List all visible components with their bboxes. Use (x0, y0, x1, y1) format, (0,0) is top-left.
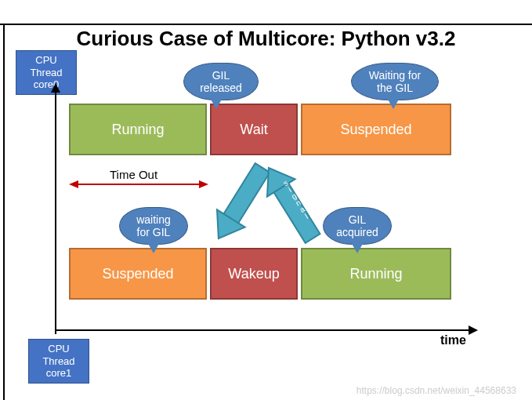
signal-arrow-up-icon (255, 157, 326, 249)
svg-rect-2 (273, 182, 320, 243)
state-suspended-top: Suspended (301, 104, 451, 155)
frame-left-border (3, 24, 5, 400)
watermark: https://blog.csdn.net/weixin_44568633 (356, 385, 516, 396)
bubble-gil-acquired: GIL acquired (323, 207, 392, 245)
cpu1-line2: core1 (34, 367, 84, 380)
timeout-label: Time Out (110, 168, 157, 181)
bubble-waiting-gil-top-tail-icon (387, 98, 400, 109)
y-axis-arrow-icon (51, 83, 60, 93)
cpu0-line2: core0 (21, 78, 71, 91)
bubble-waiting-gil-bot: waiting for GIL (119, 207, 188, 245)
bubble-gil-released: GIL released (183, 63, 259, 100)
y-axis-line (55, 91, 56, 334)
bubble-gil-acquired-tail-icon (351, 242, 364, 253)
x-axis-label: time (440, 333, 466, 347)
state-running-top: Running (69, 104, 207, 155)
bubble-gil-released-tail-icon (210, 98, 223, 109)
state-wakeup-bot: Wakeup (210, 248, 298, 300)
diagram: Curious Case of Multicore: Python v3.2 C… (0, 0, 532, 400)
cpu-thread-core0-badge: CPU Thread core0 (16, 50, 77, 95)
state-suspended-bot: Suspended (69, 248, 207, 300)
state-running-bot: Running (301, 248, 451, 300)
frame-top-border (0, 24, 532, 25)
cpu0-line1: CPU Thread (21, 54, 71, 78)
bubble-waiting-gil-bot-tail-icon (147, 242, 160, 253)
x-axis-arrow-icon (469, 325, 478, 335)
diagram-title: Curious Case of Multicore: Python v3.2 (0, 27, 532, 51)
state-wait-top: Wait (210, 104, 298, 155)
cpu1-line1: CPU Thread (34, 343, 84, 367)
bubble-waiting-gil-top: Waiting for the GIL (351, 63, 439, 100)
timeout-line (77, 184, 201, 185)
x-axis-line (55, 329, 470, 331)
cpu-thread-core1-badge: CPU Thread core1 (28, 339, 89, 384)
